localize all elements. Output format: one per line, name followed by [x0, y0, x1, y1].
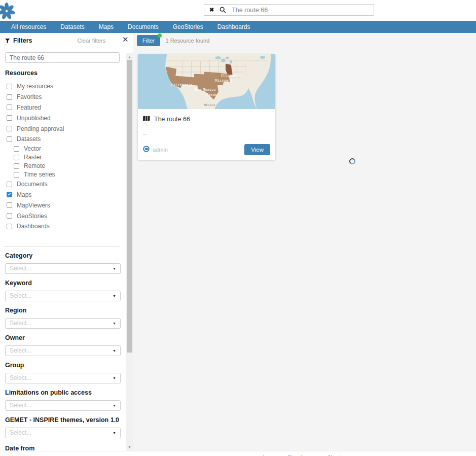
checkbox-label: Dashboards — [17, 223, 50, 230]
select-dropdown-keyword[interactable]: Select...▼ — [5, 291, 121, 301]
resources-heading: Resources — [5, 69, 121, 77]
select-placeholder: Select... — [10, 292, 113, 299]
filter-checkbox-my-resources[interactable]: My resources — [7, 81, 125, 92]
filter-checkbox-pending-approval[interactable]: Pending approval — [7, 123, 125, 134]
filter-checkbox-geostories[interactable]: GeoStories — [7, 211, 125, 221]
nav-tab-documents[interactable]: Documents — [121, 21, 166, 33]
filter-search-input[interactable] — [5, 52, 120, 63]
checkbox-unchecked-icon[interactable] — [7, 213, 12, 219]
filter-checkbox-mapviewers[interactable]: MapViewers — [7, 200, 125, 211]
card-body: The route 66 -- admin View — [138, 109, 275, 160]
checkbox-label: MapViewers — [17, 202, 50, 209]
nav-tab-datasets[interactable]: Datasets — [53, 21, 91, 33]
checkbox-label: My resources — [17, 83, 53, 90]
filter-group-region: RegionSelect...▼ — [5, 307, 121, 329]
filter-checkbox-dashboards[interactable]: Dashboards — [7, 221, 125, 232]
footer-link-developers[interactable]: Developers — [288, 454, 316, 456]
checkbox-unchecked-icon[interactable] — [14, 146, 19, 152]
filters-panel-header: Filters Clear filters — [0, 33, 126, 44]
filter-checkbox-raster[interactable]: Raster — [14, 153, 125, 162]
scroll-down-icon[interactable]: ▼ — [126, 445, 133, 449]
filter-group-category: CategorySelect...▼ — [5, 252, 121, 274]
checkbox-label: Vector — [24, 145, 41, 152]
select-dropdown-owner[interactable]: Select...▼ — [5, 345, 121, 356]
filter-checkbox-favorites[interactable]: Favorites — [7, 92, 125, 102]
results-area: Filter 1 Resource found — [133, 33, 476, 451]
select-placeholder: Select... — [10, 320, 113, 327]
clear-filters-button[interactable]: Clear filters — [77, 38, 105, 44]
clear-search-icon[interactable]: ✖ — [209, 7, 214, 13]
checkbox-label: Unpublished — [17, 115, 51, 122]
map-label-illinois: Illinois — [221, 74, 238, 78]
geonode-logo[interactable] — [0, 1, 18, 23]
map-thumbnail[interactable]: CaliforniaNew MexicoTexasMissouriIllinoi… — [138, 54, 275, 109]
filter-checkbox-maps[interactable]: Maps — [7, 190, 125, 200]
view-button[interactable]: View — [244, 144, 270, 155]
card-owner[interactable]: admin — [153, 147, 168, 153]
caret-down-icon: ▼ — [113, 267, 116, 270]
caret-down-icon: ▼ — [113, 322, 116, 325]
map-label-new-mexico: New Mexico — [195, 88, 216, 92]
filter-funnel-icon — [5, 39, 10, 43]
card-title[interactable]: The route 66 — [154, 116, 190, 123]
caret-down-icon: ▼ — [113, 431, 116, 435]
select-placeholder: Select... — [10, 429, 113, 436]
filter-checkbox-datasets[interactable]: Datasets — [7, 134, 125, 145]
filter-checkbox-unpublished[interactable]: Unpublished — [7, 113, 125, 123]
close-icon[interactable]: ✕ — [122, 36, 129, 43]
filter-active-badge — [158, 33, 162, 38]
caret-down-icon: ▼ — [113, 294, 116, 298]
filter-checkbox-featured[interactable]: Featured — [7, 102, 125, 113]
select-dropdown-region[interactable]: Select...▼ — [5, 318, 121, 329]
checkbox-unchecked-icon[interactable] — [7, 202, 12, 208]
scrollbar-thumb[interactable] — [127, 60, 132, 353]
select-dropdown-category[interactable]: Select...▼ — [5, 263, 121, 274]
select-dropdown-limitations-on-public-access[interactable]: Select...▼ — [5, 400, 121, 411]
checkbox-unchecked-icon[interactable] — [7, 126, 12, 131]
select-placeholder: Select... — [10, 347, 113, 354]
checkbox-unchecked-icon[interactable] — [14, 155, 19, 160]
footer-link-geonode-org[interactable]: geonode.org — [245, 454, 277, 456]
checkbox-unchecked-icon[interactable] — [7, 94, 12, 100]
checkbox-checked-icon[interactable] — [7, 192, 12, 197]
avatar[interactable] — [143, 145, 150, 154]
filter-checkbox-vector[interactable]: Vector — [14, 145, 125, 153]
nav-tabs: All resourcesDatasetsMapsDocumentsGeoSto… — [0, 21, 476, 33]
checkbox-label: Maps — [17, 191, 31, 198]
checkbox-unchecked-icon[interactable] — [7, 182, 12, 187]
panel-scrollbar[interactable]: ▲ ▼ — [126, 53, 133, 451]
nav-tab-dashboards[interactable]: Dashboards — [210, 21, 258, 33]
nav-tab-maps[interactable]: Maps — [92, 21, 121, 33]
search-input[interactable] — [232, 7, 369, 14]
select-dropdown-gemet-inspire-themes-version-1-0[interactable]: Select...▼ — [5, 428, 121, 438]
caret-down-icon: ▼ — [113, 404, 116, 407]
map-label-texas: Texas — [206, 93, 217, 97]
search-icon[interactable] — [219, 7, 226, 13]
scroll-up-icon[interactable]: ▲ — [126, 55, 133, 59]
filter-checkbox-remote[interactable]: Remote — [14, 162, 125, 170]
select-placeholder: Select... — [10, 374, 113, 381]
filter-toggle-button[interactable]: Filter — [137, 35, 160, 46]
resource-card[interactable]: CaliforniaNew MexicoTexasMissouriIllinoi… — [138, 54, 275, 160]
checkbox-unchecked-icon[interactable] — [14, 172, 19, 178]
footer-link-about[interactable]: About — [327, 454, 342, 456]
checkbox-unchecked-icon[interactable] — [14, 163, 19, 169]
card-description: -- — [143, 130, 270, 136]
checkbox-unchecked-icon[interactable] — [7, 224, 12, 229]
checkbox-label: Raster — [24, 154, 42, 161]
checkbox-label: Pending approval — [17, 125, 64, 132]
checkbox-label: GeoStories — [17, 213, 47, 220]
checkbox-unchecked-icon[interactable] — [7, 84, 12, 89]
filter-checkbox-time-series[interactable]: Time series — [14, 170, 125, 179]
select-dropdown-group[interactable]: Select...▼ — [5, 373, 121, 383]
checkbox-unchecked-icon[interactable] — [7, 136, 12, 142]
nav-tab-all-resources[interactable]: All resources — [4, 21, 53, 33]
checkbox-unchecked-icon[interactable] — [7, 104, 12, 110]
checkbox-unchecked-icon[interactable] — [7, 115, 12, 121]
filter-checkbox-documents[interactable]: Documents — [7, 179, 125, 190]
filters-divider — [4, 246, 120, 247]
filter-group-label: Limitations on public access — [5, 389, 121, 396]
map-icon — [143, 115, 150, 124]
nav-tab-geostories[interactable]: GeoStories — [166, 21, 210, 33]
resource-type-list: My resourcesFavoritesFeaturedUnpublished… — [7, 81, 125, 232]
